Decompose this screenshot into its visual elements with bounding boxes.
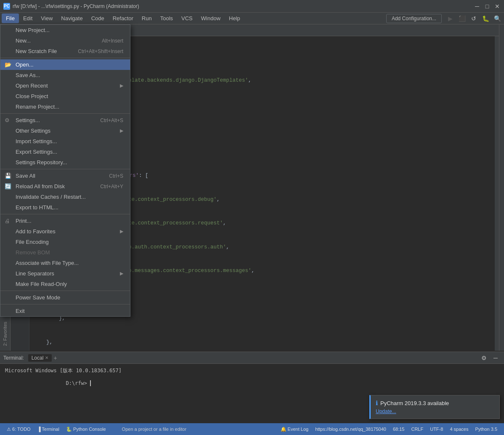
import-settings-label: Import Settings... bbox=[16, 138, 57, 144]
menu-settings-repository[interactable]: Settings Repository... bbox=[0, 157, 130, 168]
menu-rename-project[interactable]: Rename Project... bbox=[0, 101, 130, 112]
remove-bom-label: Remove BOM bbox=[16, 249, 50, 256]
save-as-label: Save As... bbox=[16, 72, 40, 78]
search-button[interactable]: 🔍 bbox=[492, 13, 502, 24]
add-favorites-arrow: ▶ bbox=[120, 229, 123, 234]
toolbar-icons: ▶ ⬛ ↺ 🐛 🔍 bbox=[445, 13, 502, 24]
menu-window[interactable]: Window bbox=[197, 13, 225, 23]
debug-button[interactable]: 🐛 bbox=[480, 13, 491, 24]
close-button[interactable]: ✕ bbox=[494, 3, 501, 10]
menu-invalidate-caches[interactable]: Invalidate Caches / Restart... bbox=[0, 192, 130, 202]
terminal-minimize-icon[interactable]: ─ bbox=[491, 353, 501, 363]
terminal-tab-local-label: Local bbox=[32, 355, 44, 361]
terminal-tabs: Terminal: Local ✕ + ⚙ ─ bbox=[0, 352, 504, 364]
new-shortcut: Alt+Insert bbox=[89, 38, 123, 44]
menu-open[interactable]: 📂 Open... bbox=[0, 59, 130, 70]
status-event-log[interactable]: 🔔 Event Log bbox=[277, 427, 312, 432]
menu-make-read-only[interactable]: Make File Read-Only bbox=[0, 279, 130, 289]
dropdown-container: New Project... New... Alt+Insert New Scr… bbox=[0, 24, 130, 317]
reload-disk-shortcut: Ctrl+Alt+Y bbox=[88, 184, 123, 189]
menu-export-settings[interactable]: Export Settings... bbox=[0, 147, 130, 157]
menu-new-project[interactable]: New Project... bbox=[0, 25, 130, 35]
status-crlf[interactable]: CRLF bbox=[408, 427, 427, 432]
menu-import-settings[interactable]: Import Settings... bbox=[0, 136, 130, 147]
menu-view[interactable]: View bbox=[37, 13, 57, 23]
other-settings-label: Other Settings bbox=[16, 128, 50, 134]
other-settings-arrow: ▶ bbox=[120, 128, 123, 133]
terminal-settings-icon[interactable]: ⚙ bbox=[479, 353, 489, 363]
menu-tools[interactable]: Tools bbox=[156, 13, 177, 23]
new-scratch-label: New Scratch File bbox=[16, 48, 57, 54]
menu-navigate[interactable]: Navigate bbox=[57, 13, 87, 23]
menu-save-as[interactable]: Save As... bbox=[0, 70, 130, 80]
terminal-line-2 bbox=[5, 374, 499, 380]
save-icon: 💾 bbox=[5, 173, 11, 179]
status-python-version[interactable]: Python 3.5 bbox=[472, 427, 501, 432]
menu-export-html[interactable]: Export to HTML... bbox=[0, 202, 130, 213]
status-url[interactable]: https://blog.csdn.net/qq_38175040 bbox=[312, 427, 390, 432]
stop-button[interactable]: ⬛ bbox=[457, 13, 467, 24]
status-spaces[interactable]: 4 spaces bbox=[446, 427, 472, 432]
add-configuration-button[interactable]: Add Configuration... bbox=[386, 14, 442, 23]
settings-icon: ⚙ bbox=[5, 117, 10, 123]
add-favorites-label: Add to Favorites bbox=[16, 228, 56, 235]
menu-print[interactable]: 🖨 Print... bbox=[0, 216, 130, 226]
menu-code[interactable]: Code bbox=[87, 13, 109, 23]
menu-refactor[interactable]: Refactor bbox=[109, 13, 138, 23]
sidebar-favorites[interactable]: 2: Favorites bbox=[2, 320, 8, 347]
status-line-col[interactable]: 68:15 bbox=[390, 427, 408, 432]
terminal-icons: ⚙ ─ bbox=[479, 353, 501, 363]
rename-project-label: Rename Project... bbox=[16, 104, 59, 110]
maximize-button[interactable]: □ bbox=[484, 3, 491, 10]
terminal-add-button[interactable]: + bbox=[53, 355, 57, 361]
status-python-console[interactable]: 🐍 Python Console bbox=[63, 427, 109, 432]
menu-power-save[interactable]: Power Save Mode bbox=[0, 292, 130, 303]
menu-exit[interactable]: Exit bbox=[0, 306, 130, 316]
notification-update-link[interactable]: Update... bbox=[376, 408, 396, 414]
terminal-body[interactable]: Microsoft Windows [版本 10.0.18363.657] D:… bbox=[0, 364, 504, 390]
terminal-line-1: Microsoft Windows [版本 10.0.18363.657] bbox=[5, 367, 499, 374]
file-encoding-label: File Encoding bbox=[16, 239, 49, 245]
menu-edit[interactable]: Edit bbox=[19, 13, 37, 23]
menu-file[interactable]: File bbox=[2, 13, 19, 23]
menu-close-project[interactable]: Close Project bbox=[0, 91, 130, 101]
menu-line-separators[interactable]: Line Separators ▶ bbox=[0, 268, 130, 279]
status-todo[interactable]: ⚠ 6: TODO bbox=[3, 427, 34, 432]
menu-reload-disk[interactable]: 🔄 Reload All from Disk Ctrl+Alt+Y bbox=[0, 181, 130, 192]
menu-vcs[interactable]: VCS bbox=[177, 13, 197, 23]
notification-text: PyCharm 2019.3.3 available bbox=[380, 400, 449, 406]
status-terminal[interactable]: ▐ Terminal bbox=[34, 427, 63, 432]
menu-file-encoding[interactable]: File Encoding bbox=[0, 237, 130, 247]
menu-save-all[interactable]: 💾 Save All Ctrl+S bbox=[0, 171, 130, 181]
right-scrollbar[interactable] bbox=[499, 24, 504, 351]
menu-add-favorites[interactable]: Add to Favorites ▶ bbox=[0, 226, 130, 237]
terminal-label: Terminal: bbox=[3, 355, 24, 361]
separator-3 bbox=[0, 169, 130, 169]
run-button[interactable]: ▶ bbox=[445, 13, 455, 24]
terminal-line-3: D:\rfw> bbox=[5, 380, 499, 386]
menu-open-recent[interactable]: Open Recent ▶ bbox=[0, 80, 130, 91]
exit-label: Exit bbox=[16, 308, 25, 314]
menu-remove-bom: Remove BOM bbox=[0, 247, 130, 258]
terminal-tab-local[interactable]: Local ✕ bbox=[28, 354, 52, 362]
print-label: Print... bbox=[16, 218, 32, 224]
menu-other-settings[interactable]: Other Settings ▶ bbox=[0, 125, 130, 136]
terminal-tab-close[interactable]: ✕ bbox=[45, 355, 48, 360]
save-all-shortcut: Ctrl+S bbox=[96, 173, 123, 179]
menu-settings[interactable]: ⚙ Settings... Ctrl+Alt+S bbox=[0, 115, 130, 125]
invalidate-caches-label: Invalidate Caches / Restart... bbox=[16, 194, 86, 200]
rerun-button[interactable]: ↺ bbox=[469, 13, 479, 24]
menu-associate-file-type[interactable]: Associate with File Type... bbox=[0, 258, 130, 268]
export-settings-label: Export Settings... bbox=[16, 149, 57, 155]
menu-new[interactable]: New... Alt+Insert bbox=[0, 35, 130, 46]
menu-new-scratch-file[interactable]: New Scratch File Ctrl+Alt+Shift+Insert bbox=[0, 46, 130, 56]
menu-run[interactable]: Run bbox=[138, 13, 156, 23]
new-project-label: New Project... bbox=[16, 27, 50, 33]
open-recent-arrow: ▶ bbox=[120, 83, 123, 88]
minimize-button[interactable]: ─ bbox=[474, 3, 480, 10]
notification-title: ℹ PyCharm 2019.3.3 available bbox=[376, 400, 494, 406]
menu-help[interactable]: Help bbox=[225, 13, 244, 23]
settings-repository-label: Settings Repository... bbox=[16, 159, 67, 165]
editor-scrollbar[interactable] bbox=[495, 36, 499, 351]
status-encoding[interactable]: UTF-8 bbox=[427, 427, 446, 432]
